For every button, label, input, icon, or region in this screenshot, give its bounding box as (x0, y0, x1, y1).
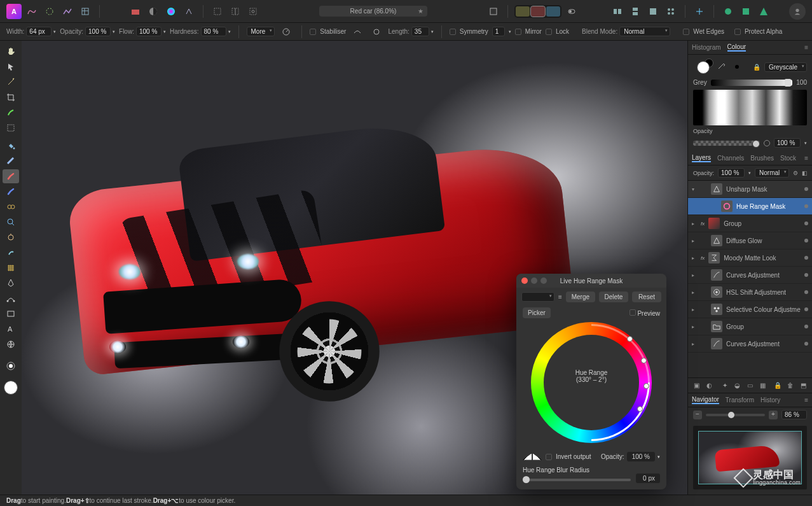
layer-item[interactable]: ▸HSL Shift Adjustment (688, 284, 812, 301)
node-tool-icon[interactable] (3, 292, 19, 306)
preview-checkbox[interactable] (630, 309, 636, 316)
erase-brush-icon[interactable] (3, 185, 19, 199)
selection-brush-icon[interactable] (3, 106, 19, 120)
group-icon[interactable]: ▭ (745, 381, 755, 391)
picker-button[interactable]: Picker (523, 307, 551, 318)
expand-arrow-icon[interactable]: ▸ (692, 341, 697, 347)
expand-arrow-icon[interactable]: ▸ (692, 255, 697, 261)
adjustment-layer-icon[interactable]: ◐ (705, 381, 715, 391)
visibility-dot-icon[interactable] (804, 307, 808, 311)
layer-settings-icon[interactable]: ⚙ (793, 170, 798, 176)
hue-handle[interactable] (641, 358, 647, 363)
pressure-icon[interactable] (279, 24, 294, 39)
arrange-c-icon[interactable] (645, 4, 661, 19)
blur-slider[interactable] (523, 479, 631, 481)
arrange-d-icon[interactable] (663, 4, 678, 19)
visibility-dot-icon[interactable] (804, 204, 808, 208)
panel-menu-icon[interactable]: ≡ (804, 44, 808, 51)
fx-icon[interactable]: ✦ (720, 381, 730, 391)
layer-item[interactable]: ▸fxMoody Matte Look (688, 249, 812, 267)
close-window-icon[interactable] (521, 278, 528, 284)
mask-layer-icon[interactable]: ▣ (692, 381, 702, 391)
document-title[interactable]: Red car (86.0%)★ (319, 6, 427, 17)
expand-arrow-icon[interactable]: ▾ (692, 186, 697, 192)
layer-item[interactable]: ▸Diffuse Glow (688, 232, 812, 249)
delete-button[interactable]: Delete (599, 292, 628, 302)
hardness-input[interactable] (201, 27, 226, 36)
selection-tool-a-icon[interactable] (210, 4, 225, 19)
visibility-dot-icon[interactable] (804, 273, 808, 277)
colour-mode-dropdown[interactable]: Greyscale (764, 62, 807, 72)
reset-button[interactable]: Reset (632, 292, 661, 302)
stabiliser-checkbox[interactable] (310, 29, 316, 35)
persona-export-icon[interactable] (78, 4, 93, 19)
contrast-icon[interactable] (146, 4, 161, 19)
navigator-preview[interactable]: 灵感中国lingganchina.com (693, 426, 807, 489)
layer-blend-dropdown[interactable]: Normal (755, 168, 789, 178)
noise-toggle-icon[interactable] (764, 140, 770, 146)
hue-range-dialog[interactable]: Live Hue Range Mask ≡ Merge Delete Reset… (516, 274, 666, 489)
lock-layer-icon[interactable]: 🔒 (773, 381, 783, 391)
blur-value[interactable]: 0 px (636, 474, 660, 483)
smudge-tool-icon[interactable] (3, 246, 19, 260)
tab-channels[interactable]: Channels (717, 155, 744, 162)
zoom-input[interactable] (781, 410, 807, 419)
selection-tool-c-icon[interactable] (245, 4, 261, 19)
expand-arrow-icon[interactable]: ▸ (692, 290, 697, 295)
zoom-out-button[interactable]: − (693, 411, 702, 419)
pixel-layer-icon[interactable]: ▦ (757, 381, 767, 391)
delete-layer-icon[interactable]: 🗑 (785, 381, 795, 391)
opacity-input[interactable] (85, 27, 111, 36)
eyedropper-icon[interactable] (716, 62, 731, 71)
tab-navigator[interactable]: Navigator (692, 396, 719, 404)
colour-opacity-slider[interactable] (693, 141, 760, 146)
zoom-in-button[interactable]: + (769, 411, 778, 419)
tab-histogram[interactable]: Histogram (692, 44, 721, 51)
paint-brush-icon[interactable] (3, 169, 19, 183)
invert-checkbox[interactable] (546, 454, 552, 460)
quick-mask-icon[interactable] (3, 359, 19, 373)
mask-mode-a[interactable] (516, 6, 530, 17)
hand-tool-icon[interactable] (3, 45, 19, 59)
persona-liquify-icon[interactable] (42, 4, 57, 19)
maximize-window-icon[interactable] (540, 278, 547, 284)
layer-item[interactable]: ▸Curves Adjustment (688, 267, 812, 284)
expand-arrow-icon[interactable]: ▸ (692, 272, 697, 278)
layer-item[interactable]: ▸fxGroup (688, 215, 812, 232)
color-wheel-icon[interactable] (163, 4, 179, 19)
layer-item[interactable]: ▸Group (688, 318, 812, 335)
persona-photo-icon[interactable] (24, 4, 39, 19)
dodge-tool-icon[interactable] (3, 230, 19, 244)
preset-dropdown[interactable] (521, 292, 554, 302)
crop-tool-icon[interactable] (3, 90, 19, 104)
hue-handle[interactable] (643, 383, 649, 389)
fg-bg-swatch[interactable] (693, 59, 712, 75)
expand-arrow-icon[interactable]: ▸ (692, 307, 697, 313)
dlg-opacity-input[interactable]: 100 % (627, 452, 655, 461)
visibility-dot-icon[interactable] (804, 256, 808, 260)
merge-button[interactable]: Merge (566, 292, 595, 302)
flood-fill-icon[interactable] (3, 139, 19, 153)
selection-tool-b-icon[interactable] (228, 4, 243, 19)
effects-icon[interactable] (181, 4, 196, 19)
assistant-b-icon[interactable] (738, 4, 754, 19)
mask-mode-b[interactable] (531, 6, 545, 17)
colour-opacity-input[interactable] (774, 138, 801, 148)
open-icon[interactable] (128, 4, 143, 19)
rope-mode-icon[interactable] (350, 24, 365, 39)
snapping-icon[interactable] (692, 4, 707, 19)
visibility-dot-icon[interactable] (804, 325, 808, 328)
text-tool-icon[interactable]: A (3, 322, 19, 336)
symmetry-checkbox[interactable] (450, 29, 456, 35)
nav-menu-icon[interactable]: ≡ (804, 397, 808, 404)
tab-history[interactable]: History (760, 397, 780, 404)
layer-item[interactable]: ▸Curves Adjustment (688, 335, 812, 353)
colour-preview[interactable] (693, 90, 807, 125)
expand-arrow-icon[interactable]: ▸ (692, 238, 697, 244)
dialog-titlebar[interactable]: Live Hue Range Mask (516, 274, 666, 288)
pen-tool-icon[interactable] (3, 276, 19, 290)
symmetry-input[interactable] (492, 27, 505, 36)
lock-checkbox[interactable] (546, 29, 552, 35)
mesh-warp-icon[interactable] (3, 261, 19, 275)
tab-transform[interactable]: Transform (726, 397, 754, 404)
